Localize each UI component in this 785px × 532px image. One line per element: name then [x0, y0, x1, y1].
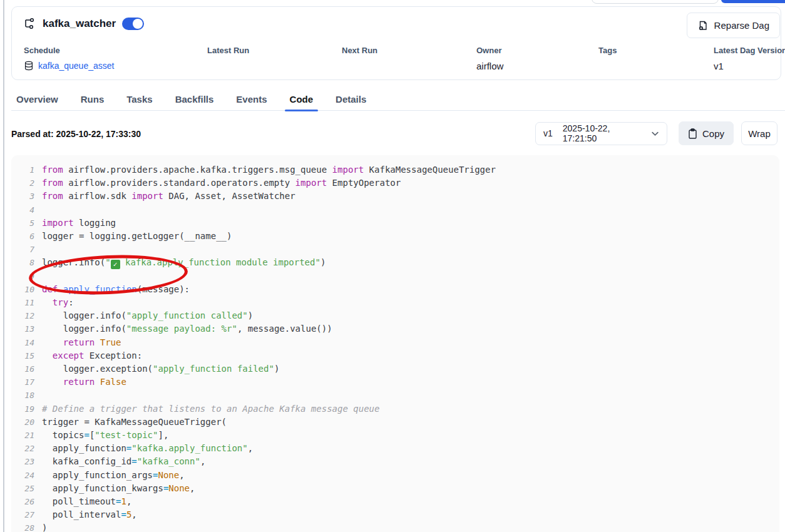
code-line-14: 14 return True — [11, 336, 779, 349]
meta-column-owner: Ownerairflow — [476, 46, 598, 71]
code-line-1: 1from airflow.providers.apache.kafka.tri… — [11, 163, 779, 176]
code-line-24: 24 apply_function_args=None, — [11, 469, 779, 482]
meta-value: airflow — [476, 60, 598, 71]
database-icon — [24, 61, 34, 71]
line-number: 21 — [11, 429, 34, 442]
meta-column-schedule: Schedulekafka_queue_asset — [24, 46, 207, 71]
dag-enabled-toggle[interactable] — [122, 18, 144, 30]
line-number: 12 — [11, 309, 34, 322]
code-line-3: 3from airflow.sdk import DAG, Asset, Ass… — [11, 190, 779, 203]
meta-label: Schedule — [24, 46, 207, 55]
meta-label: Owner — [476, 46, 598, 55]
top-primary-button[interactable] — [721, 0, 785, 3]
tab-overview[interactable]: Overview — [11, 88, 63, 110]
line-number: 25 — [11, 482, 34, 495]
code-line-15: 15 except Exception: — [11, 349, 779, 362]
reparse-dag-button[interactable]: Reparse Dag — [687, 13, 780, 38]
line-number: 28 — [11, 521, 34, 532]
reparse-icon — [697, 20, 709, 31]
line-number: 16 — [11, 362, 34, 376]
line-number: 4 — [11, 203, 34, 217]
code-line-19: 19# Define a trigger that listens to an … — [11, 402, 779, 416]
code-line-20: 20trigger = KafkaMessageQueueTrigger( — [11, 416, 779, 429]
meta-column-latest-run: Latest Run — [207, 46, 342, 71]
code-line-2: 2from airflow.providers.standard.operato… — [11, 176, 779, 190]
tab-backfills[interactable]: Backfills — [170, 88, 219, 110]
line-number: 13 — [11, 322, 34, 335]
code-line-4: 4 — [11, 203, 779, 217]
code-lines: 1from airflow.providers.apache.kafka.tri… — [11, 163, 779, 532]
line-number: 18 — [11, 389, 34, 402]
copy-label: Copy — [702, 128, 724, 139]
code-line-23: 23 kafka_config_id="kafka_conn", — [11, 455, 779, 468]
line-number: 9 — [11, 270, 34, 283]
meta-column-tags: Tags — [598, 46, 714, 71]
code-line-13: 13 logger.info("message payload: %r", me… — [11, 322, 779, 335]
dag-meta-columns: Schedulekafka_queue_assetLatest RunNext … — [24, 46, 770, 71]
line-number: 22 — [11, 442, 34, 455]
dag-header-card: kafka_watcher Reparse Dag Schedulekafka_… — [11, 6, 781, 80]
meta-label: Next Run — [342, 46, 476, 55]
line-number: 17 — [11, 376, 34, 389]
line-number: 2 — [11, 176, 34, 190]
line-number: 24 — [11, 469, 34, 482]
code-line-11: 11 try: — [11, 296, 779, 309]
active-tab-underline — [285, 110, 319, 111]
line-number: 8 — [11, 256, 34, 269]
meta-value — [207, 60, 342, 71]
code-panel: 1from airflow.providers.apache.kafka.tri… — [11, 155, 779, 532]
copy-button[interactable]: Copy — [679, 121, 734, 145]
code-line-7: 7 — [11, 243, 779, 256]
line-number: 7 — [11, 243, 34, 256]
line-number: 23 — [11, 455, 34, 468]
dag-tabs: OverviewRunsTasksBackfillsEventsCodeDeta… — [11, 88, 785, 111]
wrap-button[interactable]: Wrap — [741, 121, 777, 145]
line-number: 15 — [11, 349, 34, 362]
line-number: 1 — [11, 163, 34, 176]
code-line-28: 28) — [11, 521, 779, 532]
sidebar-edge-divider — [3, 0, 4, 532]
meta-column-next-run: Next Run — [342, 46, 476, 71]
dag-code-page: kafka_watcher Reparse Dag Schedulekafka_… — [0, 0, 785, 532]
copy-icon — [688, 128, 697, 139]
meta-value: v1 — [714, 60, 770, 71]
code-line-5: 5import logging — [11, 217, 779, 230]
line-number: 3 — [11, 190, 34, 203]
meta-label: Tags — [598, 46, 714, 55]
code-line-17: 17 return False — [11, 376, 779, 389]
meta-label: Latest Dag Version — [714, 46, 770, 55]
line-number: 10 — [11, 283, 34, 296]
line-number: 11 — [11, 296, 34, 309]
version-timestamp: 2025-10-22, 17:21:50 — [563, 123, 641, 143]
dag-version-select[interactable]: v1 2025-10-22, 17:21:50 — [535, 122, 667, 145]
code-line-26: 26 poll_timeout=1, — [11, 495, 779, 508]
code-line-9: 9 — [11, 270, 779, 283]
tab-code[interactable]: Code — [285, 88, 319, 110]
code-line-22: 22 apply_function="kafka.apply_function"… — [11, 442, 779, 455]
wrap-label: Wrap — [748, 128, 771, 139]
parsed-at-text: Parsed at: 2025-10-22, 17:33:30 — [11, 129, 141, 139]
line-number: 20 — [11, 416, 34, 429]
tab-events[interactable]: Events — [231, 88, 272, 110]
line-number: 26 — [11, 495, 34, 508]
line-number: 27 — [11, 508, 34, 521]
code-line-6: 6logger = logging.getLogger(__name__) — [11, 230, 779, 243]
meta-value — [342, 60, 476, 71]
code-line-12: 12 logger.info("apply_function called") — [11, 309, 779, 322]
top-search-input[interactable] — [592, 0, 719, 4]
line-number: 14 — [11, 336, 34, 349]
tab-runs[interactable]: Runs — [76, 88, 110, 110]
schedule-asset-link[interactable]: kafka_queue_asset — [24, 60, 207, 71]
code-line-10: 10def apply_function(message): — [11, 283, 779, 296]
line-number: 5 — [11, 217, 34, 230]
tab-tasks[interactable]: Tasks — [121, 88, 157, 110]
code-line-8: 8logger.info("✓ kafka.apply_function mod… — [11, 256, 779, 269]
meta-label: Latest Run — [207, 46, 342, 55]
dag-title: kafka_watcher — [43, 18, 116, 30]
chevron-down-icon — [651, 130, 659, 138]
dag-icon — [24, 18, 36, 30]
code-line-27: 27 poll_interval=5, — [11, 508, 779, 521]
code-line-18: 18 — [11, 389, 779, 402]
tab-details[interactable]: Details — [331, 88, 371, 110]
reparse-label: Reparse Dag — [714, 20, 769, 31]
